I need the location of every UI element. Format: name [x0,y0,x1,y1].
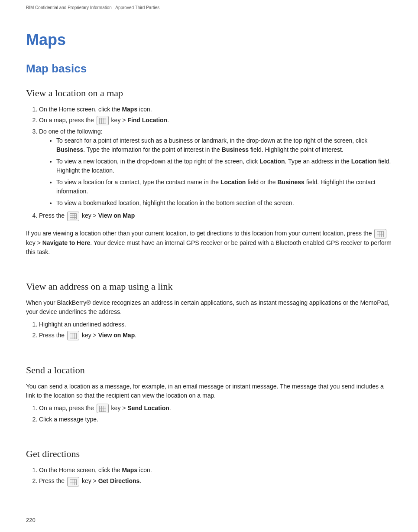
step-item: Click a message type. [39,415,392,424]
menu-key-icon [97,404,109,413]
subsection-view-location: View a location on a map On the Home scr… [26,88,392,257]
bullet-list: To search for a point of interest such a… [56,136,392,208]
page-number: 220 [26,517,36,523]
menu-key-icon [67,331,79,340]
steps-list-send-location: On a map, press the key > Send Location.… [39,404,392,424]
intro-text: You can send a location as a message, fo… [26,382,392,400]
intro-text: When your BlackBerry® device recognizes … [26,298,392,317]
menu-key-icon [67,477,79,486]
steps-list-get-directions: On the Home screen, click the Maps icon.… [39,466,392,486]
page-main-title: Maps [26,31,392,49]
step-item: On a map, press the key > Send Location. [39,404,392,413]
subsection-get-directions: Get directions On the Home screen, click… [26,448,392,486]
bullet-item: To view a location for a contact, type t… [56,178,392,196]
subsection-view-address: View an address on a map using a link Wh… [26,281,392,340]
step-text: On the Home screen, click the Maps icon. [39,106,152,113]
subsection-title-view-address: View an address on a map using a link [26,281,392,292]
step-text: Highlight an underlined address. [39,321,126,328]
menu-key-icon [374,229,386,238]
menu-key-icon [67,212,79,221]
step-text: Press the key > Get Directions. [39,477,141,484]
step-text: Press the key > View on Map. [39,332,136,339]
step-item: On a map, press the key > Find Location. [39,116,392,125]
step-text: Click a message type. [39,416,98,423]
step-text: Do one of the following: [39,128,102,135]
subsection-send-location: Send a location You can send a location … [26,365,392,424]
steps-list-view-location: On the Home screen, click the Maps icon.… [39,105,392,221]
step-item: Press the key > View on Map. [39,331,392,340]
footer-text: If you are viewing a location other than… [26,229,392,257]
page-wrapper: RIM Confidential and Proprietary Informa… [0,0,418,532]
step-text: On a map, press the key > Find Location. [39,117,169,124]
subsection-title-view-location: View a location on a map [26,88,392,99]
bullet-item: To view a bookmarked location, highlight… [56,199,392,208]
step-item: Highlight an underlined address. [39,320,392,329]
step-text: On the Home screen, click the Maps icon. [39,467,152,473]
bullet-item: To view a new location, in the drop-down… [56,157,392,175]
step-text: On a map, press the key > Send Location. [39,405,171,411]
step-item: Do one of the following: To search for a… [39,127,392,208]
step-item: Press the key > View on Map [39,211,392,221]
bullet-item: To search for a point of interest such a… [56,136,392,154]
steps-list-view-address: Highlight an underlined address. Press t… [39,320,392,340]
menu-key-icon [97,116,109,125]
confidential-bar: RIM Confidential and Proprietary Informa… [26,3,392,13]
step-text: Press the key > View on Map [39,212,135,219]
subsection-title-send-location: Send a location [26,365,392,376]
step-item: On the Home screen, click the Maps icon. [39,466,392,475]
subsection-title-get-directions: Get directions [26,448,392,460]
step-item: On the Home screen, click the Maps icon. [39,105,392,114]
step-item: Press the key > Get Directions. [39,477,392,486]
section-title: Map basics [26,62,392,75]
